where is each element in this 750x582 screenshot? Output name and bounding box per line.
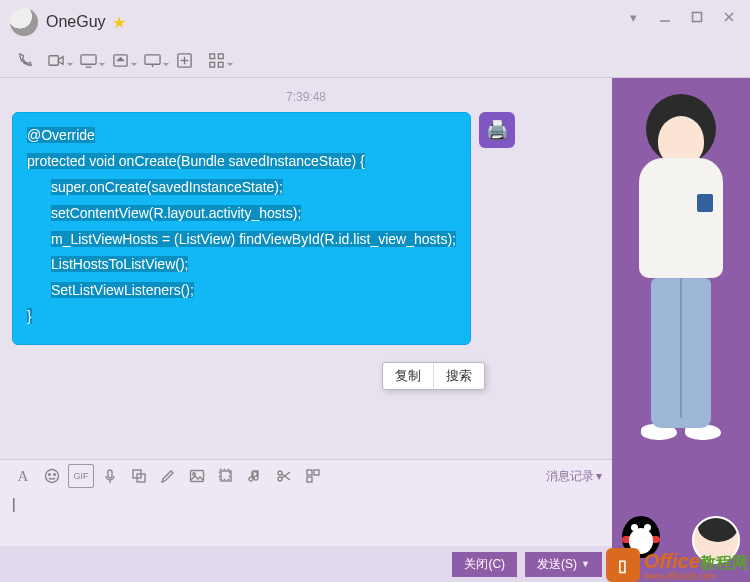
remote-control-icon[interactable] <box>106 49 134 73</box>
font-icon[interactable]: A <box>10 464 36 488</box>
code-line: setContentView(R.layout.activity_hosts); <box>51 205 301 221</box>
svg-rect-29 <box>307 470 312 475</box>
screen-share-icon[interactable] <box>74 49 102 73</box>
video-call-icon[interactable] <box>42 49 70 73</box>
svg-rect-23 <box>191 471 204 482</box>
message-timestamp: 7:39:48 <box>12 90 600 104</box>
star-icon[interactable]: ★ <box>112 13 126 32</box>
code-line: } <box>27 308 32 324</box>
svg-rect-30 <box>314 470 319 475</box>
add-icon[interactable] <box>170 49 198 73</box>
titlebar: OneGuy ★ ▾ <box>0 0 750 44</box>
context-search[interactable]: 搜索 <box>433 363 484 389</box>
message-input-wrapper: | <box>0 492 612 546</box>
svg-rect-4 <box>48 56 57 65</box>
svg-rect-1 <box>693 13 702 22</box>
code-line: SetListViewListeners(); <box>51 282 194 298</box>
gif-icon[interactable]: GIF <box>68 464 94 488</box>
contact-character[interactable] <box>622 88 740 482</box>
qq-penguin-icon[interactable] <box>618 516 664 562</box>
svg-rect-8 <box>144 55 159 64</box>
code-line: m_ListViewHosts = (ListView) findViewByI… <box>51 231 456 247</box>
context-copy[interactable]: 复制 <box>383 363 433 389</box>
more-tools-icon[interactable] <box>300 464 326 488</box>
self-avatar[interactable] <box>692 516 740 564</box>
chevron-down-icon: ▾ <box>596 469 602 483</box>
message-input[interactable]: | <box>10 496 602 512</box>
contact-avatar[interactable] <box>10 8 38 36</box>
apps-icon[interactable] <box>202 49 230 73</box>
svg-point-24 <box>193 473 195 475</box>
shake-icon[interactable] <box>213 464 239 488</box>
svg-rect-13 <box>209 54 214 59</box>
emoji-icon[interactable] <box>39 464 65 488</box>
code-line: ListHostsToListView(); <box>51 256 188 272</box>
window-maximize[interactable] <box>682 6 712 28</box>
code-line: super.onCreate(savedInstanceState); <box>51 179 283 195</box>
svg-rect-15 <box>209 62 214 67</box>
message-area: 7:39:48 @Override protected void onCreat… <box>0 78 612 459</box>
send-button[interactable]: 发送(S)▼ <box>525 552 602 577</box>
window-minimize[interactable] <box>650 6 680 28</box>
svg-rect-31 <box>307 477 312 482</box>
svg-point-19 <box>54 474 56 476</box>
body: 7:39:48 @Override protected void onCreat… <box>0 78 750 582</box>
voice-call-icon[interactable] <box>10 49 38 73</box>
compose-toolbar: A GIF 消息记录 ▾ <box>0 460 612 492</box>
scissors-icon[interactable] <box>271 464 297 488</box>
svg-rect-5 <box>80 55 95 64</box>
window-close[interactable] <box>714 6 744 28</box>
chat-window: OneGuy ★ ▾ 7:39:48 @Override protected v… <box>0 0 750 582</box>
svg-point-28 <box>278 477 282 481</box>
window-controls: ▾ <box>618 6 744 28</box>
close-button[interactable]: 关闭(C) <box>452 552 517 577</box>
message-history-link[interactable]: 消息记录 ▾ <box>546 468 602 485</box>
svg-point-27 <box>278 471 282 475</box>
display-icon[interactable] <box>138 49 166 73</box>
code-line: @Override <box>27 127 95 143</box>
code-line: protected void onCreate(Bundle savedInst… <box>27 153 365 169</box>
window-dropdown[interactable]: ▾ <box>618 6 648 28</box>
svg-point-17 <box>46 470 59 483</box>
draw-icon[interactable] <box>155 464 181 488</box>
music-icon[interactable] <box>242 464 268 488</box>
screenshot-icon[interactable] <box>126 464 152 488</box>
context-menu: 复制 搜索 <box>382 362 485 390</box>
svg-rect-20 <box>108 470 112 478</box>
compose-footer: 关闭(C) 发送(S)▼ <box>0 546 612 582</box>
image-icon[interactable] <box>184 464 210 488</box>
svg-rect-14 <box>218 54 223 59</box>
svg-rect-16 <box>218 62 223 67</box>
message-row: @Override protected void onCreate(Bundle… <box>12 112 600 345</box>
svg-point-18 <box>49 474 51 476</box>
message-bubble[interactable]: @Override protected void onCreate(Bundle… <box>12 112 471 345</box>
contact-name: OneGuy <box>46 13 106 31</box>
call-toolbar <box>0 44 750 78</box>
side-panel <box>612 78 750 582</box>
main-column: 7:39:48 @Override protected void onCreat… <box>0 78 612 582</box>
compose-area: A GIF 消息记录 ▾ | <box>0 459 612 582</box>
sender-avatar[interactable]: 🖨️ <box>479 112 515 148</box>
voice-icon[interactable] <box>97 464 123 488</box>
